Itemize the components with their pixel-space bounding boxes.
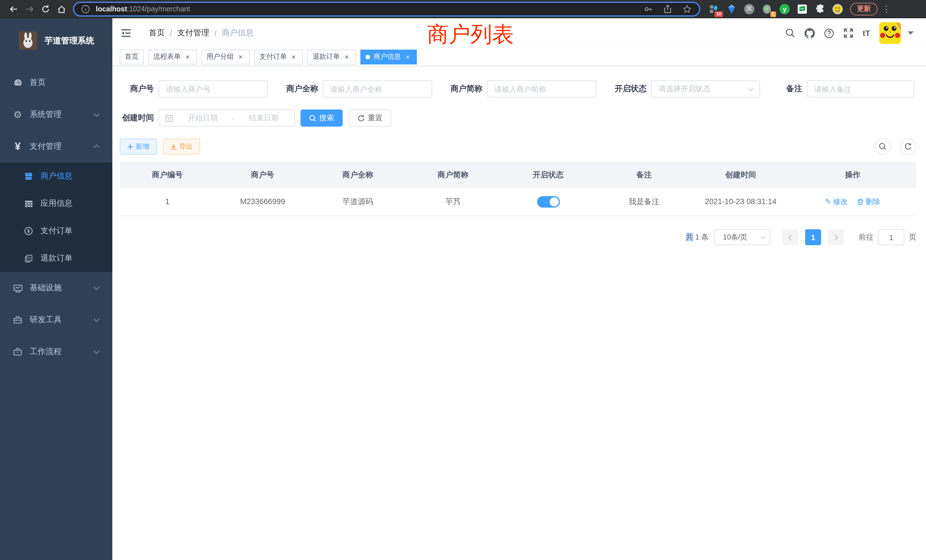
sidebar-item-home[interactable]: 首页 (0, 67, 112, 98)
reset-button[interactable]: 重置 (349, 109, 391, 127)
filter-label: 商户简称 (448, 84, 487, 94)
fullscreen-icon[interactable] (843, 28, 853, 38)
full-name-input[interactable] (323, 80, 432, 97)
goto-page-input[interactable] (878, 229, 904, 245)
export-button[interactable]: 导出 (163, 139, 200, 154)
sidebar-item-devtools[interactable]: 研发工具 (0, 304, 112, 336)
app-shell: 芋道管理系统 首页 ⚙ 系统管理 ¥ 支付管理 (0, 18, 926, 560)
extension-icon-2[interactable] (726, 3, 737, 15)
cell-actions: ✎ 修改 删除 (789, 197, 916, 207)
extension-badge-10: 10 (714, 11, 723, 17)
chevron-down-icon (94, 348, 100, 354)
edit-link[interactable]: ✎ 修改 (825, 197, 848, 207)
tab-close-icon[interactable] (184, 53, 192, 61)
extension-icon-3[interactable]: ⌘ (743, 3, 755, 15)
add-button-label: 新增 (136, 142, 150, 151)
filter-merchant-no: 商户号 (120, 80, 268, 97)
sidebar-item-infra[interactable]: 基础设施 (0, 272, 112, 304)
sidebar-collapse-icon[interactable] (112, 18, 140, 48)
menu-kebab-icon[interactable]: ⋮ (882, 4, 891, 14)
sidebar-item-label: 退款订单 (41, 253, 73, 263)
page-content: 商户号 商户全称 商户简称 开启状态 (112, 66, 926, 560)
user-avatar[interactable] (879, 22, 901, 44)
key-icon[interactable] (643, 4, 654, 14)
sidebar-item-refund-order[interactable]: 退款订单 (0, 245, 112, 272)
search-button[interactable]: 搜索 (301, 109, 343, 127)
sidebar-item-merchant-info[interactable]: 商户信息 (0, 162, 112, 190)
address-bar[interactable]: localhost:1024/pay/merchant (73, 2, 700, 16)
cell-short-name: 芋艿 (406, 197, 501, 207)
table-header: 商户编号 商户号 商户全称 商户简称 开启状态 备注 创建时间 操作 (120, 162, 916, 188)
tab-user-group[interactable]: 用户分组 (201, 49, 250, 64)
export-button-label: 导出 (179, 142, 193, 151)
tab-label: 支付订单 (259, 52, 287, 62)
url-text[interactable]: localhost:1024/pay/merchant (96, 5, 643, 13)
refresh-icon[interactable] (900, 139, 916, 154)
page-1-button[interactable]: 1 (805, 229, 821, 245)
back-icon[interactable] (6, 2, 22, 16)
github-icon[interactable] (805, 28, 815, 38)
merchant-no-input[interactable] (159, 80, 268, 97)
tab-home[interactable]: 首页 (120, 49, 144, 64)
chevron-down-icon (94, 284, 100, 290)
tab-label: 商户信息 (374, 52, 401, 62)
total-count: 1 (695, 233, 699, 241)
sidebar-item-pay[interactable]: ¥ 支付管理 (0, 130, 112, 162)
sidebar-item-system[interactable]: ⚙ 系统管理 (0, 98, 112, 130)
status-toggle[interactable] (537, 196, 560, 207)
sidebar-item-workflow[interactable]: 工作流程 (0, 336, 112, 368)
grid-icon (23, 199, 34, 208)
app-logo-row[interactable]: 芋道管理系统 (0, 18, 112, 63)
date-range-picker[interactable]: 开始日期 - 结束日期 (159, 109, 295, 127)
tab-process-form[interactable]: 流程表单 (148, 49, 197, 64)
help-icon[interactable] (824, 28, 834, 38)
chevron-down-icon[interactable] (908, 31, 914, 35)
forward-icon[interactable] (22, 2, 38, 16)
cell-merchant-id: 1 (120, 197, 215, 206)
remark-input[interactable] (807, 80, 914, 97)
extension-icon-chat[interactable] (797, 3, 808, 15)
status-select[interactable]: 请选择开启状态 (651, 80, 760, 97)
home-icon[interactable] (54, 2, 70, 16)
extension-icon-yudao[interactable]: y (779, 3, 790, 15)
sidebar-item-label: 系统管理 (30, 109, 62, 120)
add-button[interactable]: 新增 (120, 139, 157, 154)
tab-refund-order[interactable]: 退款订单 (307, 49, 356, 64)
tab-pay-order[interactable]: 支付订单 (254, 49, 303, 64)
share-icon[interactable] (663, 4, 673, 14)
show-search-icon[interactable] (875, 139, 891, 154)
tab-close-icon[interactable] (290, 53, 298, 61)
annotation-title: 商户列表 (427, 20, 514, 49)
star-icon[interactable] (682, 4, 692, 14)
fontsize-icon[interactable]: tT (863, 29, 870, 38)
tab-close-icon[interactable] (343, 53, 351, 61)
monitor-chart-icon (12, 283, 23, 293)
next-page-button[interactable] (828, 229, 844, 245)
goto-label: 前往 (859, 232, 873, 242)
extension-icon-4[interactable]: 1 (761, 3, 773, 15)
sidebar-item-app-info[interactable]: 应用信息 (0, 190, 112, 217)
navbar-right: tT (785, 22, 926, 44)
sidebar-item-pay-order[interactable]: 支付订单 (0, 217, 112, 245)
extension-icon-1[interactable]: 10 (708, 3, 720, 15)
column-header: 商户全称 (310, 170, 406, 180)
short-name-input[interactable] (487, 80, 596, 97)
page-size-select[interactable]: 10条/页 (714, 229, 770, 245)
puzzle-icon[interactable] (814, 3, 826, 15)
delete-link[interactable]: 删除 (857, 197, 881, 207)
tab-close-icon[interactable] (404, 53, 412, 61)
tab-label: 用户分组 (206, 52, 234, 62)
tab-merchant-info[interactable]: 商户信息 (360, 49, 417, 64)
info-icon[interactable] (81, 4, 90, 14)
tab-close-icon[interactable] (237, 53, 245, 61)
select-placeholder: 请选择开启状态 (658, 84, 710, 94)
browser-profile-avatar[interactable] (832, 3, 843, 15)
cell-status (501, 196, 596, 207)
update-button[interactable]: 更新 (850, 3, 878, 15)
breadcrumb-home[interactable]: 首页 (149, 28, 165, 38)
reload-icon[interactable] (38, 2, 54, 16)
search-icon[interactable] (785, 28, 796, 38)
breadcrumb-pay[interactable]: 支付管理 (177, 28, 209, 38)
breadcrumb-separator: / (170, 29, 172, 38)
prev-page-button[interactable] (782, 229, 798, 245)
